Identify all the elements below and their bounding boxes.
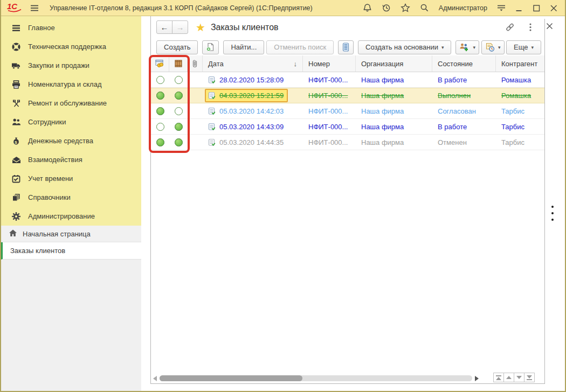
assign-person-button[interactable]: ▾ xyxy=(455,40,479,54)
paid-indicator xyxy=(156,92,164,100)
panel-border-right xyxy=(544,19,545,384)
table-row[interactable]: 05.03.2020 14:44:35 НФИТ-000... Наша фир… xyxy=(151,135,544,150)
close-form-icon[interactable] xyxy=(546,23,553,32)
scrollbar-track[interactable] xyxy=(160,375,472,381)
scroll-right-arrow[interactable] xyxy=(475,376,479,381)
sidebar-sections: Главное Техническая поддержка Закупки и … xyxy=(1,16,141,226)
cell-date: 05.03.2020 14:43:09 xyxy=(219,123,284,131)
cell-state: В работе xyxy=(432,72,496,87)
cell-number: НФИТ-000... xyxy=(303,119,356,134)
cell-organization: Наша фирма xyxy=(356,135,432,150)
copy-document-button[interactable] xyxy=(202,40,219,54)
sidebar: Главное Техническая поддержка Закупки и … xyxy=(1,16,141,391)
document-clock-button[interactable]: ▾ xyxy=(481,40,505,54)
paid-indicator xyxy=(156,76,164,84)
paid-indicator xyxy=(156,107,164,115)
list-settings-button[interactable] xyxy=(338,40,354,54)
cell-state: Отменен xyxy=(432,135,496,150)
cell-date: 05.03.2020 14:42:03 xyxy=(219,107,284,115)
service-menu-icon[interactable] xyxy=(497,4,506,12)
notifications-icon[interactable] xyxy=(363,3,372,12)
favorite-star-icon[interactable]: ★ xyxy=(196,21,205,34)
column-date[interactable]: Дата ↓ xyxy=(203,55,303,72)
column-state[interactable]: Состояние xyxy=(432,55,496,72)
scrollbar-thumb[interactable] xyxy=(160,375,302,381)
go-next-button[interactable] xyxy=(514,373,524,382)
table-row[interactable]: 05.03.2020 14:42:03 НФИТ-000... Наша фир… xyxy=(151,103,544,119)
column-contractor[interactable]: Контрагент xyxy=(496,55,544,72)
sidebar-item-tech-podderzhka[interactable]: Техническая поддержка xyxy=(1,37,141,56)
go-last-button[interactable] xyxy=(524,373,535,382)
horizontal-scrollbar[interactable] xyxy=(153,375,479,382)
cell-contractor: Тарбис xyxy=(496,135,544,150)
get-link-icon[interactable] xyxy=(505,23,515,32)
sidebar-item-zakupki[interactable]: Закупки и продажи xyxy=(1,56,141,75)
shipped-indicator xyxy=(175,107,183,115)
sidebar-item-nomenklatura[interactable]: Номенклатура и склад xyxy=(1,75,141,94)
shipped-crate-icon xyxy=(174,59,183,68)
flags-icon xyxy=(11,99,22,107)
current-user[interactable]: Администратор xyxy=(439,4,487,12)
favorites-icon[interactable] xyxy=(401,3,410,12)
logo-text: 1С xyxy=(7,2,18,11)
menu-icon[interactable] xyxy=(30,4,39,12)
cell-number: НФИТ-000... xyxy=(303,88,356,103)
sidebar-item-denezhnye[interactable]: $ Денежные средства xyxy=(1,131,141,150)
sidebar-item-sotrudniki[interactable]: Сотрудники xyxy=(1,113,141,131)
sidebar-item-spravochniki[interactable]: Справочники xyxy=(1,188,141,207)
panel-splitter-handle[interactable] xyxy=(551,206,554,221)
document-check-icon xyxy=(208,76,216,84)
table-row[interactable]: 05.03.2020 14:43:09 НФИТ-000... Наша фир… xyxy=(151,119,544,135)
scroll-left-arrow[interactable] xyxy=(153,376,157,381)
go-first-button[interactable] xyxy=(493,373,504,382)
close-icon[interactable] xyxy=(550,4,557,12)
shipped-indicator xyxy=(175,123,183,131)
cell-contractor: Тарбис xyxy=(496,119,544,134)
sidebar-item-remont[interactable]: Ремонт и обслуживание xyxy=(1,94,141,113)
more-button[interactable]: Еще▾ xyxy=(506,40,541,54)
shipped-indicator xyxy=(175,76,183,84)
cell-contractor: Тарбис xyxy=(496,103,544,118)
table-row-selected[interactable]: 04.03.2020 15:21:59 НФИТ-000... Наша фир… xyxy=(151,88,544,103)
sidebar-item-vzaimodeystviya[interactable]: Взаимодействия xyxy=(1,150,141,169)
nav-forward-button[interactable]: → xyxy=(172,20,188,34)
column-paid[interactable] xyxy=(151,55,169,72)
column-attachments[interactable] xyxy=(188,55,203,72)
column-organization[interactable]: Организация xyxy=(356,55,432,72)
maximize-icon[interactable] xyxy=(533,4,540,12)
more-menu-icon[interactable] xyxy=(529,23,532,32)
find-button[interactable]: Найти... xyxy=(223,40,264,54)
panel-border-bottom xyxy=(150,383,545,384)
create-based-on-button[interactable]: Создать на основании▾ xyxy=(358,40,451,54)
cell-number: НФИТ-000... xyxy=(303,72,356,87)
sidebar-item-uchet-vremeni[interactable]: Учет времени xyxy=(1,169,141,188)
truck-icon xyxy=(11,61,22,69)
table-row[interactable]: 28.02.2020 15:28:09 НФИТ-000... Наша фир… xyxy=(151,72,544,88)
document-check-icon xyxy=(208,107,216,115)
gear-icon xyxy=(11,212,22,221)
open-tab-zakazy-klientov[interactable]: Заказы клиентов xyxy=(1,242,141,260)
home-page-item[interactable]: Начальная страница xyxy=(1,226,141,242)
row-navigation-buttons xyxy=(494,373,535,382)
sidebar-item-glavnoe[interactable]: Главное xyxy=(1,18,141,37)
search-icon[interactable] xyxy=(420,3,429,12)
document-clock-icon xyxy=(485,43,495,52)
copy-document-icon xyxy=(206,43,215,52)
go-previous-button[interactable] xyxy=(503,373,514,382)
orders-table: Дата ↓ Номер Организация Состояние Контр… xyxy=(151,55,544,150)
active-cell[interactable]: 04.03.2020 15:21:59 xyxy=(205,89,288,102)
column-shipped[interactable] xyxy=(169,55,188,72)
support-icon xyxy=(11,43,22,51)
chevron-down-icon: ▾ xyxy=(441,45,444,50)
sort-descending-icon: ↓ xyxy=(294,60,298,68)
1c-logo-icon: 1С xyxy=(6,2,23,14)
nav-back-button[interactable]: ← xyxy=(156,20,172,34)
cancel-search-button[interactable]: Отменить поиск xyxy=(266,40,334,54)
catalogs-icon xyxy=(11,193,22,201)
sidebar-item-administrirovanie[interactable]: Администрирование xyxy=(1,207,141,226)
minimize-icon[interactable] xyxy=(515,4,523,12)
create-button[interactable]: Создать xyxy=(156,40,198,54)
history-icon[interactable] xyxy=(382,3,391,12)
column-number[interactable]: Номер xyxy=(303,55,356,72)
title-bar: 1С Управление IT-отделом 8, редакция 3.1… xyxy=(1,0,565,16)
